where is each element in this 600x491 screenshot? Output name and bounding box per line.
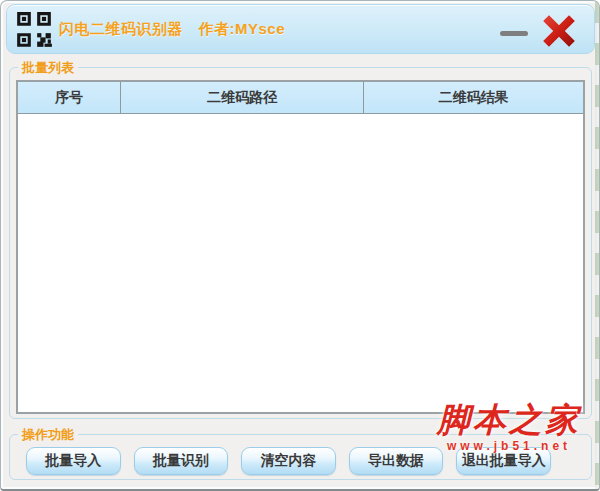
exit-batch-import-button[interactable]: 退出批量导入 [456, 447, 551, 475]
qr-result-table[interactable]: 序号 二维码路径 二维码结果 [16, 80, 585, 414]
window-title: 闪电二维码识别器 作者:MYsce [59, 5, 285, 53]
qr-code-icon [15, 10, 53, 50]
batch-list-group: 批量列表 序号 二维码路径 二维码结果 [9, 67, 592, 419]
close-button[interactable] [540, 12, 578, 50]
batch-recognize-button[interactable]: 批量识别 [134, 447, 229, 475]
batch-import-button[interactable]: 批量导入 [26, 447, 121, 475]
column-header-path[interactable]: 二维码路径 [121, 82, 364, 113]
operations-group-label: 操作功能 [18, 426, 78, 443]
operations-group: 操作功能 批量导入 批量识别 清空内容 导出数据 退出批量导入 [9, 434, 592, 480]
app-window: 闪电二维码识别器 作者:MYsce 批量列表 序号 二维码 [0, 0, 600, 491]
clear-content-button[interactable]: 清空内容 [241, 447, 336, 475]
batch-list-group-label: 批量列表 [18, 59, 78, 76]
titlebar[interactable]: 闪电二维码识别器 作者:MYsce [6, 4, 595, 54]
column-header-result[interactable]: 二维码结果 [364, 82, 583, 113]
button-row: 批量导入 批量识别 清空内容 导出数据 退出批量导入 [26, 447, 551, 475]
export-data-button[interactable]: 导出数据 [349, 447, 444, 475]
minimize-button[interactable] [498, 27, 530, 39]
column-header-index[interactable]: 序号 [18, 82, 121, 113]
minimize-dash-icon [500, 31, 528, 36]
close-x-icon [540, 12, 578, 50]
table-header-row: 序号 二维码路径 二维码结果 [18, 82, 583, 114]
table-body-empty[interactable] [18, 114, 583, 412]
window-edge-artifact [595, 1, 599, 489]
